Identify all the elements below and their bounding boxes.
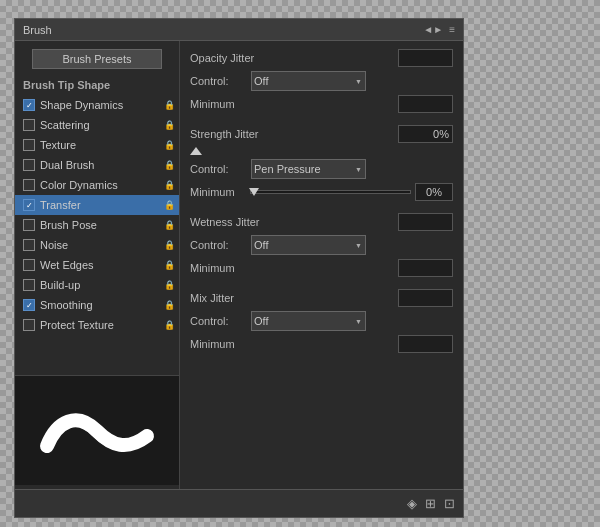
lock-transfer: 🔒 — [164, 200, 175, 210]
checkbox-dual-brush[interactable] — [23, 159, 35, 171]
wetness-minimum-row: Minimum — [190, 259, 453, 277]
wetness-jitter-input[interactable] — [398, 213, 453, 231]
brush-presets-button[interactable]: Brush Presets — [32, 49, 162, 69]
sidebar-item-build-up[interactable]: Build-up 🔒 — [15, 275, 179, 295]
label-smoothing: Smoothing — [40, 299, 162, 311]
opacity-jitter-row: Opacity Jitter — [190, 49, 453, 67]
panel-header: Brush ◄► ≡ — [15, 19, 463, 41]
label-scattering: Scattering — [40, 119, 162, 131]
checkbox-transfer[interactable] — [23, 199, 35, 211]
checkbox-color-dynamics[interactable] — [23, 179, 35, 191]
opacity-jitter-input[interactable] — [398, 49, 453, 67]
checkbox-wet-edges[interactable] — [23, 259, 35, 271]
mix-minimum-input[interactable] — [398, 335, 453, 353]
drag-arrows-icon[interactable]: ◄► — [423, 24, 443, 35]
triangle-indicator — [190, 147, 202, 155]
lock-build-up: 🔒 — [164, 280, 175, 290]
label-transfer: Transfer — [40, 199, 162, 211]
label-shape-dynamics: Shape Dynamics — [40, 99, 162, 111]
label-color-dynamics: Color Dynamics — [40, 179, 162, 191]
strength-control-section — [190, 147, 453, 155]
mix-minimum-row: Minimum — [190, 335, 453, 353]
footer-icon-3[interactable]: ⊡ — [444, 496, 455, 511]
wetness-minimum-input[interactable] — [398, 259, 453, 277]
menu-icon[interactable]: ≡ — [449, 24, 455, 35]
mix-jitter-row: Mix Jitter — [190, 289, 453, 307]
mix-jitter-label: Mix Jitter — [190, 292, 250, 304]
panel-controls: ◄► ≡ — [423, 24, 455, 35]
sidebar-item-smoothing[interactable]: Smoothing 🔒 — [15, 295, 179, 315]
lock-color-dynamics: 🔒 — [164, 180, 175, 190]
mix-control-label: Control: — [190, 315, 245, 327]
lock-dual-brush: 🔒 — [164, 160, 175, 170]
checkbox-shape-dynamics[interactable] — [23, 99, 35, 111]
strength-minimum-label: Minimum — [190, 186, 250, 198]
label-wet-edges: Wet Edges — [40, 259, 162, 271]
checkbox-brush-pose[interactable] — [23, 219, 35, 231]
wetness-control-select-wrapper: Off Pen Pressure Pen Tilt — [251, 235, 366, 255]
panel-title: Brush — [23, 24, 52, 36]
strength-control-row: Control: Pen Pressure Off Pen Tilt Stylu… — [190, 159, 453, 179]
mix-minimum-label: Minimum — [190, 338, 250, 350]
lock-wet-edges: 🔒 — [164, 260, 175, 270]
strength-control-label: Control: — [190, 163, 245, 175]
checkbox-noise[interactable] — [23, 239, 35, 251]
label-texture: Texture — [40, 139, 162, 151]
panel-footer: ◈ ⊞ ⊡ — [15, 489, 463, 517]
lock-scattering: 🔒 — [164, 120, 175, 130]
strength-jitter-label: Strength Jitter — [190, 128, 258, 140]
sidebar-item-dual-brush[interactable]: Dual Brush 🔒 — [15, 155, 179, 175]
sidebar-item-scattering[interactable]: Scattering 🔒 — [15, 115, 179, 135]
mix-control-select[interactable]: Off Pen Pressure Pen Tilt — [251, 311, 366, 331]
mix-jitter-input[interactable] — [398, 289, 453, 307]
wetness-minimum-label: Minimum — [190, 262, 250, 274]
footer-icon-2[interactable]: ⊞ — [425, 496, 436, 511]
label-build-up: Build-up — [40, 279, 162, 291]
sidebar-item-protect-texture[interactable]: Protect Texture 🔒 — [15, 315, 179, 335]
mix-control-row: Control: Off Pen Pressure Pen Tilt — [190, 311, 453, 331]
mix-control-select-wrapper: Off Pen Pressure Pen Tilt — [251, 311, 366, 331]
strength-minimum-row: Minimum — [190, 183, 453, 201]
sidebar-item-color-dynamics[interactable]: Color Dynamics 🔒 — [15, 175, 179, 195]
brush-preview — [15, 375, 179, 485]
wetness-jitter-row: Wetness Jitter — [190, 213, 453, 231]
lock-protect-texture: 🔒 — [164, 320, 175, 330]
label-protect-texture: Protect Texture — [40, 319, 162, 331]
opacity-control-select[interactable]: Off Pen Pressure Pen Tilt Stylus Wheel — [251, 71, 366, 91]
strength-slider-thumb — [249, 188, 259, 196]
opacity-control-label: Control: — [190, 75, 245, 87]
strength-jitter-row: Strength Jitter — [190, 125, 453, 143]
strength-control-select-wrapper: Pen Pressure Off Pen Tilt Stylus Wheel — [251, 159, 366, 179]
opacity-jitter-label: Opacity Jitter — [190, 52, 254, 64]
strength-control-select[interactable]: Pen Pressure Off Pen Tilt Stylus Wheel — [251, 159, 366, 179]
sidebar-item-shape-dynamics[interactable]: Shape Dynamics 🔒 — [15, 95, 179, 115]
checkbox-scattering[interactable] — [23, 119, 35, 131]
checkbox-texture[interactable] — [23, 139, 35, 151]
sidebar-item-texture[interactable]: Texture 🔒 — [15, 135, 179, 155]
wetness-control-label: Control: — [190, 239, 245, 251]
strength-jitter-input[interactable] — [398, 125, 453, 143]
strength-minimum-input[interactable] — [415, 183, 453, 201]
opacity-minimum-label: Minimum — [190, 98, 250, 110]
footer-icon-1[interactable]: ◈ — [407, 496, 417, 511]
label-noise: Noise — [40, 239, 162, 251]
opacity-minimum-input[interactable] — [398, 95, 453, 113]
sidebar-item-brush-pose[interactable]: Brush Pose 🔒 — [15, 215, 179, 235]
strength-minimum-slider[interactable] — [250, 190, 411, 194]
strength-slider-track — [250, 190, 411, 194]
opacity-minimum-row: Minimum — [190, 95, 453, 113]
label-dual-brush: Dual Brush — [40, 159, 162, 171]
brush-tip-shape-header: Brush Tip Shape — [15, 77, 179, 93]
wetness-control-select[interactable]: Off Pen Pressure Pen Tilt — [251, 235, 366, 255]
lock-smoothing: 🔒 — [164, 300, 175, 310]
lock-brush-pose: 🔒 — [164, 220, 175, 230]
wetness-jitter-label: Wetness Jitter — [190, 216, 260, 228]
sidebar-item-noise[interactable]: Noise 🔒 — [15, 235, 179, 255]
opacity-control-row: Control: Off Pen Pressure Pen Tilt Stylu… — [190, 71, 453, 91]
sidebar-item-wet-edges[interactable]: Wet Edges 🔒 — [15, 255, 179, 275]
checkbox-protect-texture[interactable] — [23, 319, 35, 331]
checkbox-build-up[interactable] — [23, 279, 35, 291]
lock-shape-dynamics: 🔒 — [164, 100, 175, 110]
checkbox-smoothing[interactable] — [23, 299, 35, 311]
sidebar-item-transfer[interactable]: Transfer 🔒 — [15, 195, 179, 215]
